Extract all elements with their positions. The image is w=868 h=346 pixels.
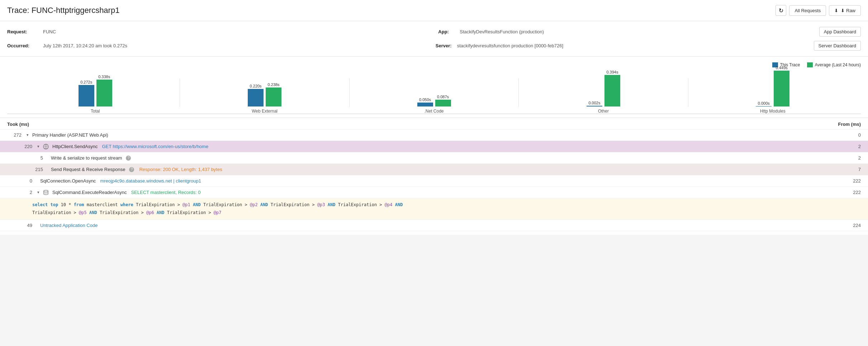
trace-row-primary: 272 ▾ Primary Handler (ASP.NET Web Api) … — [0, 129, 868, 141]
header-actions: ↻ All Requests ⬇ ⬇ Raw — [775, 5, 861, 16]
trace-text-send: Send Request & Receive Response — [51, 167, 125, 172]
all-requests-button[interactable]: All Requests — [789, 5, 826, 16]
chart-group-other-label: Other — [598, 109, 609, 114]
trace-from-sqlcommand: 222 — [843, 190, 861, 195]
bar-httpmod-avg-label: 0.449s — [776, 66, 788, 70]
trace-left-sqlconnection: 0 SqlConnection.OpenAsync mreojp4c9o.dat… — [7, 178, 843, 184]
bar-netcode-trace: 0.050s — [417, 98, 433, 106]
trace-from-sqlconnection: 222 — [843, 178, 861, 184]
chart-bars: 0.272s 0.338s Total 0.220s — [7, 71, 861, 114]
trace-row-sqlconnection: 0 SqlConnection.OpenAsync mreojp4c9o.dat… — [0, 175, 868, 187]
app-dashboard-button[interactable]: App Dashboard — [819, 27, 861, 37]
bar-webext-avg-bar — [266, 87, 281, 106]
trace-text-send-response: Response: 200 OK, Length: 1,437 bytes — [139, 167, 222, 172]
bar-webext-avg: 0.238s — [266, 82, 281, 106]
chart-group-netcode-label: .Net Code — [424, 109, 444, 114]
sql-and2: AND — [260, 202, 268, 207]
trace-ms-sqlcommand: 2 — [18, 190, 32, 195]
sql-col6: TrialExpiration > — [100, 210, 146, 215]
sql-and3: AND — [328, 202, 336, 207]
sql-number-10: 10 * — [61, 202, 74, 207]
trace-text-httpclient-url[interactable]: GET https://www.microsoft.com/en-us/stor… — [102, 144, 208, 149]
trace-from-httpclient: 2 — [843, 144, 861, 149]
col-took-header: Took (ms) — [7, 122, 29, 127]
server-value: stackifydevresultsfunction production [0… — [457, 43, 814, 48]
trace-left-write: 5 Write & serialize to request stream ? — [7, 155, 843, 161]
bar-other-trace-label: 0.002s — [588, 101, 600, 105]
bar-other-trace-bar — [587, 106, 602, 106]
sql-keyword-where: where — [120, 202, 133, 207]
bar-total-avg-label: 0.338s — [98, 75, 110, 79]
server-label: Server: — [428, 43, 457, 48]
app-group: App: StackifyDevResultsFunction (product… — [431, 29, 819, 34]
bar-other-avg-bar — [604, 75, 620, 106]
page-wrapper: Trace: FUNC-httptriggercsharp1 ↻ All Req… — [0, 0, 868, 235]
bars-httpmodules: 0.000s 0.449s — [756, 66, 789, 106]
svg-point-3 — [44, 190, 48, 192]
bar-total-trace: 0.272s — [79, 80, 94, 106]
bar-webext-trace: 0.220s — [248, 84, 264, 106]
help-icon-write[interactable]: ? — [126, 156, 131, 161]
chart-group-webexternal: 0.220s 0.238s Web External — [180, 82, 349, 114]
server-group: Server: stackifydevresultsfunction produ… — [428, 43, 814, 48]
help-icon-send[interactable]: ? — [129, 167, 134, 172]
sql-param7: @p7 — [214, 210, 222, 215]
sql-param4: @p4 — [385, 202, 393, 207]
trace-text-primary: Primary Handler (ASP.NET Web Api) — [32, 132, 108, 138]
chart-group-httpmodules: 0.000s 0.449s Http Modules — [688, 66, 857, 114]
trace-ms-sqlconnection: 0 — [18, 178, 32, 184]
chevron-down-icon-3[interactable]: ▾ — [37, 190, 39, 195]
trace-row-untracked: 49 Untracked Application Code 224 — [0, 220, 868, 231]
trace-ms-primary: 272 — [7, 132, 22, 138]
trace-row-sql: select top 10 * from masterclient where … — [0, 198, 868, 220]
sql-col1: TrialExpiration > — [136, 202, 182, 207]
raw-button[interactable]: ⬇ ⬇ Raw — [829, 5, 861, 16]
refresh-icon: ↻ — [779, 7, 783, 14]
sql-and6: AND — [157, 210, 165, 215]
sql-table: masterclient — [87, 202, 120, 207]
bar-httpmod-avg: 0.449s — [774, 66, 789, 106]
trace-row-sqlcommand: 2 ▾ SqlCommand.ExecuteReaderAsync SELECT… — [0, 187, 868, 198]
bars-netcode: 0.050s 0.087s — [417, 95, 451, 106]
sql-col7: TrialExpiration > — [167, 210, 214, 215]
bar-netcode-avg-label: 0.087s — [437, 95, 449, 99]
info-section: Request: FUNC App: StackifyDevResultsFun… — [0, 21, 868, 57]
sql-col5: TrialExpiration > — [32, 210, 79, 215]
chart-section: This Trace Average (Last 24 hours) 0.272… — [0, 57, 868, 118]
bar-httpmod-trace: 0.000s — [756, 101, 772, 106]
request-value: FUNC — [43, 29, 431, 34]
chevron-down-icon-2[interactable]: ▾ — [37, 144, 39, 149]
bar-httpmod-trace-bar — [756, 106, 772, 106]
sql-param6: @p6 — [146, 210, 154, 215]
trace-text-sqlconnection-url[interactable]: mreojp4c9o.database.windows.net | client… — [100, 178, 201, 184]
download-icon: ⬇ — [834, 8, 838, 13]
trace-ms-write: 5 — [29, 155, 43, 161]
sql-and1: AND — [193, 202, 201, 207]
trace-section: Took (ms) From (ms) 272 ▾ Primary Handle… — [0, 118, 868, 235]
server-dashboard-button[interactable]: Server Dashboard — [814, 41, 861, 51]
occurred-row: Occurred: July 12th 2017, 10:24:20 am to… — [7, 39, 861, 53]
sql-param5: @p5 — [79, 210, 87, 215]
page-title: Trace: FUNC-httptriggercsharp1 — [7, 6, 119, 15]
refresh-button[interactable]: ↻ — [775, 5, 786, 16]
chart-group-webexternal-label: Web External — [252, 109, 278, 114]
trace-from-untracked: 224 — [843, 223, 861, 228]
app-value: StackifyDevResultsFunction (production) — [460, 29, 819, 34]
sql-keyword-select: select — [32, 202, 48, 207]
sql-param3: @p3 — [317, 202, 325, 207]
chevron-down-icon[interactable]: ▾ — [27, 133, 29, 137]
sql-and5: AND — [89, 210, 97, 215]
bars-webexternal: 0.220s 0.238s — [248, 82, 281, 106]
bar-other-avg-label: 0.394s — [606, 70, 618, 74]
trace-left-untracked: 49 Untracked Application Code — [7, 223, 843, 228]
trace-text-untracked[interactable]: Untracked Application Code — [40, 223, 98, 228]
chart-group-httpmodules-label: Http Modules — [760, 109, 786, 114]
trace-ms-httpclient: 220 — [18, 144, 32, 149]
bar-other-trace: 0.002s — [587, 101, 602, 106]
request-row: Request: FUNC App: StackifyDevResultsFun… — [7, 25, 861, 39]
bar-total-trace-bar — [79, 85, 94, 106]
bar-other-avg: 0.394s — [604, 70, 620, 106]
bar-total-avg: 0.338s — [96, 75, 112, 106]
raw-label: ⬇ Raw — [841, 8, 855, 13]
chart-group-netcode: 0.050s 0.087s .Net Code — [350, 95, 518, 114]
